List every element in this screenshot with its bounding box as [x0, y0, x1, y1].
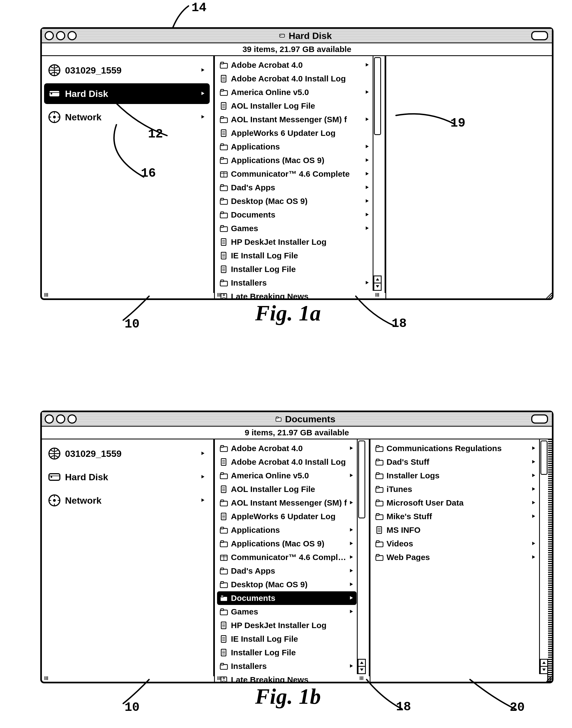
folder-icon [374, 471, 384, 481]
source-row[interactable]: Hard Disk [44, 467, 210, 487]
list-item[interactable]: Applications (Mac OS 9) [217, 154, 372, 167]
list-item[interactable]: MS INFO [373, 523, 539, 537]
globe-icon [47, 62, 62, 78]
scrollbar-thumb[interactable] [374, 57, 381, 135]
folder-icon [219, 471, 229, 481]
list-item[interactable]: Late Breaking News [217, 290, 372, 298]
list-item[interactable]: Installers [217, 276, 372, 290]
list-item[interactable]: America Online v5.0 [217, 85, 372, 99]
list-item[interactable]: Dad's Stuff [373, 455, 539, 469]
scrollbar[interactable] [357, 439, 366, 674]
folder-icon [219, 142, 229, 151]
list-item[interactable]: Games [217, 222, 372, 235]
list-item[interactable]: AOL Installer Log File [217, 482, 357, 496]
source-row[interactable]: Network [44, 490, 210, 511]
list-item[interactable]: Dad's Apps [217, 181, 372, 194]
list-item[interactable]: Communications Regulations [373, 441, 539, 455]
column-grab-icon[interactable] [215, 291, 224, 298]
list-item[interactable]: Desktop (Mac OS 9) [217, 194, 372, 208]
folder-icon [219, 566, 229, 576]
close-button[interactable] [45, 31, 54, 40]
list-item[interactable]: AppleWorks 6 Updater Log [217, 510, 357, 523]
list-item[interactable]: HP DeskJet Installer Log [217, 618, 357, 632]
list-item[interactable]: Installer Logs [373, 469, 539, 482]
item-label: Adobe Acrobat 4.0 Install Log [231, 458, 355, 466]
source-label: 031029_1559 [65, 66, 201, 75]
list-item[interactable]: Installer Log File [217, 646, 357, 659]
pkg-icon [219, 169, 229, 179]
list-item[interactable]: Dad's Apps [217, 564, 357, 578]
disclosure-arrow-icon [531, 459, 537, 465]
doc-icon [374, 525, 384, 535]
folder-icon [219, 607, 229, 617]
item-label: Installers [231, 662, 348, 670]
item-label: iTunes [386, 485, 530, 493]
list-item[interactable]: America Online v5.0 [217, 469, 357, 482]
list-item[interactable]: Adobe Acrobat 4.0 Install Log [217, 455, 357, 469]
zoom-button[interactable] [67, 414, 77, 424]
scrollbar-thumb[interactable] [541, 440, 548, 475]
column-grab-icon[interactable] [215, 675, 224, 682]
scrollbar[interactable] [373, 56, 381, 291]
net-icon [47, 492, 62, 508]
folder-icon [219, 278, 229, 288]
toolbar-toggle-button[interactable] [531, 414, 548, 424]
scrollbar[interactable] [539, 439, 548, 674]
list-item[interactable]: Mike's Stuff [373, 510, 539, 523]
list-item[interactable]: Installer Log File [217, 262, 372, 276]
item-label: Desktop (Mac OS 9) [231, 197, 363, 205]
scroll-down-button[interactable] [540, 666, 548, 674]
list-item[interactable]: Adobe Acrobat 4.0 Install Log [217, 72, 372, 85]
list-item[interactable]: iTunes [373, 482, 539, 496]
list-item[interactable]: Videos [373, 537, 539, 550]
list-item[interactable]: Communicator™ 4.6 Complete [217, 550, 357, 564]
disclosure-arrow-icon [349, 527, 355, 533]
callout-20: 20 [510, 701, 525, 714]
doc-icon [219, 101, 229, 111]
disclosure-arrow-icon [349, 568, 355, 573]
list-item[interactable]: Adobe Acrobat 4.0 [217, 441, 357, 455]
list-item[interactable]: Communicator™ 4.6 Complete [217, 167, 372, 181]
resize-grip[interactable] [544, 674, 552, 682]
column-grab-icon[interactable] [42, 291, 51, 298]
minimize-button[interactable] [56, 414, 65, 424]
item-label: AOL Instant Messenger (SM) f [231, 115, 363, 124]
minimize-button[interactable] [56, 31, 65, 40]
list-item[interactable]: IE Install Log File [217, 249, 372, 262]
toolbar-toggle-button[interactable] [531, 31, 548, 40]
list-item[interactable]: Applications (Mac OS 9) [217, 537, 357, 550]
documents-column: Communications RegulationsDad's StuffIns… [370, 439, 552, 682]
list-item[interactable]: AOL Installer Log File [217, 99, 372, 113]
scroll-down-button[interactable] [358, 666, 366, 674]
list-item[interactable]: AppleWorks 6 Updater Log [217, 126, 372, 140]
scroll-down-button[interactable] [373, 283, 381, 291]
list-item[interactable]: Installers [217, 659, 357, 673]
list-item[interactable]: AOL Instant Messenger (SM) f [217, 113, 372, 126]
sources-column: 031029_1559Hard DiskNetwork [42, 439, 215, 682]
list-item[interactable]: Adobe Acrobat 4.0 [217, 58, 372, 72]
list-item[interactable]: Applications [217, 140, 372, 154]
list-item[interactable]: Desktop (Mac OS 9) [217, 578, 357, 591]
zoom-button[interactable] [67, 31, 77, 40]
source-row[interactable]: 031029_1559 [44, 443, 210, 464]
list-item[interactable]: Microsoft User Data [373, 496, 539, 510]
column-grab-icon[interactable] [42, 675, 51, 682]
item-label: Communicator™ 4.6 Complete [231, 170, 363, 178]
resize-grip[interactable] [544, 291, 552, 298]
status-text: 9 items, 21.97 GB available [245, 429, 349, 437]
list-item[interactable]: Web Pages [373, 550, 539, 564]
list-item[interactable]: Applications [217, 523, 357, 537]
close-button[interactable] [45, 414, 54, 424]
hard-disk-icon [278, 33, 286, 39]
list-item[interactable]: AOL Instant Messenger (SM) f [217, 496, 357, 510]
list-item[interactable]: HP DeskJet Installer Log [217, 235, 372, 249]
list-item[interactable]: Late Breaking News [217, 673, 357, 682]
callout-16: 16 [141, 167, 156, 180]
source-row[interactable]: 031029_1559 [44, 60, 210, 80]
scrollbar-thumb[interactable] [358, 440, 365, 519]
item-label: Installers [231, 279, 363, 287]
list-item[interactable]: Games [217, 605, 357, 618]
list-item[interactable]: Documents [217, 208, 372, 222]
list-item[interactable]: Documents [217, 591, 357, 605]
list-item[interactable]: IE Install Log File [217, 632, 357, 646]
